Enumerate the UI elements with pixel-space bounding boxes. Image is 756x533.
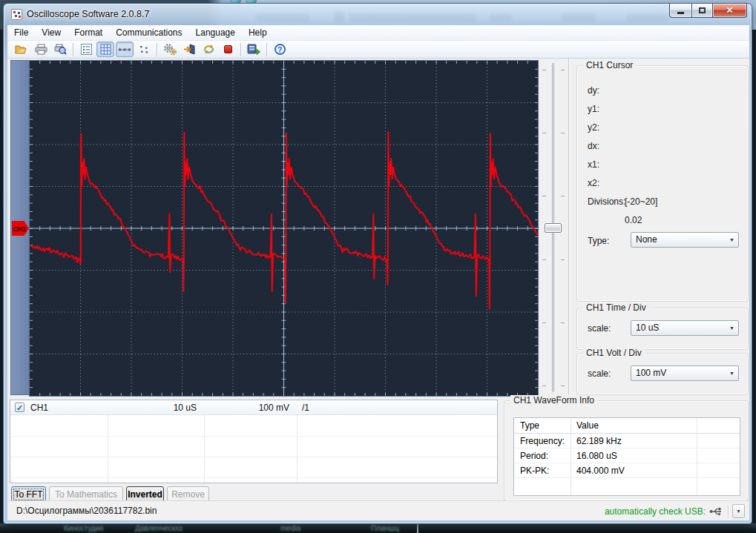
- window-controls: ✕: [669, 4, 747, 18]
- refresh-icon: [203, 44, 215, 55]
- taskbar: Киностудия Давленческхз media Планшц: [0, 523, 756, 533]
- cursor-y2-label: y2:: [588, 122, 599, 133]
- print-preview-icon: [54, 44, 67, 55]
- print-button[interactable]: [32, 42, 50, 57]
- cursor-type-select[interactable]: None ▼: [631, 232, 739, 248]
- menu-view[interactable]: View: [35, 25, 68, 40]
- help-button[interactable]: ?: [271, 42, 289, 57]
- divisions-label: Divisions:: [588, 196, 625, 207]
- timediv-select[interactable]: 10 uS ▼: [631, 320, 739, 336]
- oscilloscope-window: Oscilloscope Software 2.0.8.7 ✕ File Vie…: [3, 3, 752, 524]
- help-icon: ?: [275, 44, 286, 55]
- info-table-header: Type Value: [514, 418, 740, 434]
- import-connect-button[interactable]: [180, 42, 198, 57]
- print-icon: [35, 44, 47, 55]
- dash-line-display-button[interactable]: [116, 42, 134, 57]
- channel-probe: /1: [302, 403, 309, 413]
- usb-status: automatically check USB: ▼: [605, 503, 745, 519]
- menubar: File View Format Communications Language…: [7, 25, 749, 41]
- voltdiv-select[interactable]: 100 mV ▼: [631, 365, 739, 381]
- minimize-button[interactable]: [669, 4, 691, 18]
- ch1-marker[interactable]: CH1: [12, 221, 29, 236]
- panel-splitter[interactable]: [568, 59, 570, 398]
- taskbar-item[interactable]: Давленческхз: [135, 524, 183, 532]
- print-preview-button[interactable]: [51, 42, 69, 57]
- channel-panel: ✓ CH1 10 uS 100 mV /1 To FFT To Mathemat…: [7, 398, 500, 502]
- waveform-info-panel: CH1 WaveForm Info Type Value Frequency: …: [504, 400, 749, 501]
- taskbar-item[interactable]: Планшц: [371, 524, 399, 532]
- menu-help[interactable]: Help: [242, 25, 274, 40]
- ch1-cursor-panel: CH1 Cursor dy: y1: y2: dx: x1: x2: Divis…: [576, 65, 749, 302]
- stop-icon: [224, 45, 232, 53]
- voltdiv-scale-label: scale:: [588, 368, 611, 379]
- channel-timediv: 10 uS: [108, 403, 197, 413]
- waveform-info-table: Type Value Frequency: 62.189 kHz Period:…: [513, 417, 740, 496]
- maximize-button[interactable]: [691, 4, 713, 18]
- menu-language[interactable]: Language: [189, 25, 242, 40]
- dash-line-display-icon: [119, 47, 131, 53]
- import-connect-icon: [183, 44, 196, 55]
- view-list-icon: [81, 44, 92, 55]
- screen: Киностудия Давленческхз media Планшц Osc…: [0, 0, 756, 533]
- taskbar-item[interactable]: Киностудия: [64, 524, 104, 532]
- titlebar[interactable]: Oscilloscope Software 2.0.8.7 ✕: [4, 4, 752, 25]
- statusbar: D:\Осцилограммы\2036117782.bin automatic…: [7, 500, 749, 520]
- timediv-panel-title: CH1 Time / Div: [583, 302, 649, 313]
- divisions-step: 0.02: [625, 215, 642, 225]
- taskbar-item[interactable]: media: [280, 524, 300, 532]
- table-row[interactable]: Period: 16.080 uS: [514, 448, 740, 463]
- settings-gears-button[interactable]: [161, 42, 179, 57]
- table-row[interactable]: PK-PK: 404.000 mV: [514, 463, 740, 478]
- close-button[interactable]: ✕: [713, 4, 747, 18]
- ch1-marker-label: CH1: [12, 225, 26, 233]
- ch1-timediv-panel: CH1 Time / Div scale: 10 uS ▼: [576, 308, 749, 350]
- refresh-button[interactable]: [200, 42, 217, 57]
- cursor-dx-label: dx:: [588, 141, 599, 151]
- file-path: D:\Осцилограммы\2036117782.bin: [16, 506, 157, 516]
- channel-row-ch1[interactable]: ✓ CH1 10 uS 100 mV /1: [10, 400, 497, 415]
- settings-gears-icon: [163, 44, 177, 56]
- chevron-down-icon: ▼: [736, 509, 741, 514]
- usb-icon: [709, 507, 724, 516]
- menu-format[interactable]: Format: [68, 25, 109, 40]
- window-title: Oscilloscope Software 2.0.8.7: [27, 9, 149, 19]
- export-data-button[interactable]: [245, 42, 263, 57]
- waveform-display[interactable]: [29, 60, 539, 397]
- cursor-type-label: Type:: [588, 236, 609, 246]
- view-list-button[interactable]: [77, 42, 95, 57]
- table-row[interactable]: Frequency: 62.189 kHz: [514, 434, 740, 448]
- dots-display-button[interactable]: [135, 42, 153, 57]
- chevron-down-icon: ▼: [726, 321, 738, 335]
- cursor-panel-title: CH1 Cursor: [583, 60, 636, 70]
- timediv-value: 10 uS: [636, 322, 659, 333]
- menu-communications[interactable]: Communications: [109, 25, 188, 40]
- grid-display-icon: [100, 44, 111, 55]
- divisions-range: [-20~20]: [625, 196, 657, 207]
- open-folder-icon: [15, 44, 28, 55]
- chevron-down-icon: ▼: [726, 366, 738, 380]
- channel-gutter: CH1: [10, 60, 29, 395]
- chevron-down-icon: ▼: [726, 233, 738, 247]
- waveform-plot: [30, 61, 538, 396]
- usb-dropdown-button[interactable]: ▼: [732, 504, 745, 518]
- slider-handle[interactable]: [545, 223, 562, 233]
- export-data-icon: [247, 44, 260, 55]
- usb-check-label: automatically check USB:: [605, 506, 706, 517]
- cursor-dy-label: dy:: [588, 85, 599, 96]
- ch1-checkbox[interactable]: ✓: [15, 403, 24, 412]
- cursor-x1-label: x1:: [588, 159, 599, 170]
- open-folder-button[interactable]: [13, 42, 30, 57]
- ch1-voltdiv-panel: CH1 Volt / Div scale: 100 mV ▼: [576, 353, 749, 395]
- maximize-icon: [699, 7, 706, 13]
- stop-button[interactable]: [219, 42, 237, 57]
- channel-table: ✓ CH1 10 uS 100 mV /1: [10, 400, 498, 483]
- vertical-position-slider: [539, 60, 568, 395]
- toolbar: ?: [7, 41, 749, 59]
- channel-voltdiv: 100 mV: [204, 403, 289, 413]
- menu-file[interactable]: File: [7, 25, 35, 40]
- voltdiv-panel-title: CH1 Volt / Div: [583, 348, 645, 358]
- cursor-x2-label: x2:: [588, 178, 599, 188]
- grid-display-button[interactable]: [96, 42, 114, 57]
- timediv-scale-label: scale:: [588, 323, 611, 334]
- cursor-y1-label: y1:: [588, 104, 599, 114]
